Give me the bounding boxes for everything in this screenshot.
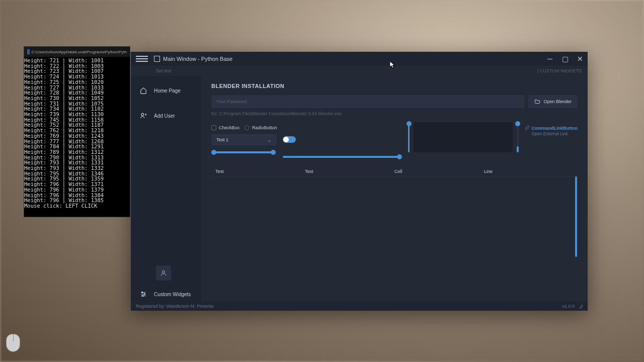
titlebar[interactable]: Main Window - Python Base ─ ▢ ✕ (131, 52, 588, 66)
folder-icon (534, 98, 540, 105)
toolbar-right-label: | CUSTOM WIDGETS (537, 68, 582, 73)
window-icon (154, 56, 160, 62)
toggle-switch[interactable] (283, 136, 296, 143)
add-user-icon (140, 112, 147, 119)
chevron-down-icon: ⌄ (267, 137, 272, 143)
minimize-button[interactable]: ─ (542, 52, 557, 66)
vertical-scrollbar[interactable] (575, 176, 578, 257)
preview-panel (414, 122, 512, 152)
password-input[interactable] (211, 95, 524, 108)
close-button[interactable]: ✕ (573, 52, 588, 66)
sidebar-home-label: Home Page (154, 88, 181, 94)
radio-circle-icon (245, 125, 250, 130)
range-slider[interactable] (211, 151, 277, 153)
horizontal-slider[interactable] (283, 156, 402, 158)
open-blender-button[interactable]: Open Blender (528, 95, 578, 108)
cmd-link-title: CommandLinkButton (532, 126, 578, 131)
vertical-slider-1[interactable] (408, 122, 410, 152)
status-registered: Registered by: Wanderson M. Pimenta (136, 304, 213, 309)
home-icon (140, 87, 147, 94)
path-hint: Ex: C:Program FilesBlender FoundationBle… (211, 111, 578, 116)
checkbox-control[interactable]: CheckBox (211, 125, 239, 130)
maximize-button[interactable]: ▢ (557, 52, 573, 66)
mouse-indicator-icon (6, 334, 20, 352)
svg-point-4 (142, 295, 143, 296)
terminal-title-text: C:\Users\vfxon\AppData\Local\Programs\Py… (32, 50, 127, 54)
checkbox-box-icon (211, 125, 216, 130)
sidebar-item-custom-widgets[interactable]: Custom Widgets (131, 287, 201, 302)
sidebar-adduser-label: Add User (154, 113, 175, 119)
toolbar: Set text | CUSTOM WIDGETS (131, 66, 588, 76)
window-title: Main Window - Python Base (163, 56, 542, 62)
sliders-icon (140, 291, 147, 298)
table-header-2: Text (305, 169, 394, 174)
terminal-window: C:\Users\vfxon\AppData\Local\Programs\Py… (24, 46, 130, 217)
sidebar-item-add-user[interactable]: Add User (131, 108, 201, 123)
mouse-cursor-icon (390, 61, 395, 68)
terminal-output: Height: 721 | Width: 1001 Height: 722 | … (24, 57, 130, 210)
app-window: Main Window - Python Base ─ ▢ ✕ Set text… (131, 52, 588, 311)
table-header-4: Line (484, 169, 574, 174)
toolbar-text: Set text (156, 68, 172, 73)
svg-point-2 (142, 292, 143, 293)
radio-label: RadioButton (252, 125, 277, 130)
sidebar-item-home[interactable]: Home Page (131, 83, 201, 98)
status-version: v1.0.0 (562, 304, 575, 309)
cmd-link-subtitle: Open External Link (532, 131, 578, 136)
terminal-icon (27, 49, 30, 54)
combo-box[interactable]: Test 1 ⌄ (211, 134, 277, 145)
terminal-titlebar[interactable]: C:\Users\vfxon\AppData\Local\Programs\Py… (24, 47, 130, 57)
vertical-slider-2[interactable] (517, 122, 519, 152)
hamburger-icon[interactable] (136, 53, 148, 65)
content-area: BLENDER INSTALLATION Open Blender Ex: C:… (201, 76, 588, 302)
link-icon (525, 125, 530, 131)
user-icon (160, 269, 167, 277)
svg-point-0 (141, 113, 144, 116)
profile-button[interactable] (156, 265, 171, 281)
command-link-button[interactable]: CommandLinkButton Open External Link (525, 125, 578, 136)
svg-point-1 (163, 270, 165, 273)
combo-selected: Test 1 (216, 137, 228, 142)
status-bar: Registered by: Wanderson M. Pimenta v1.0… (131, 302, 588, 311)
resize-grip-icon[interactable] (578, 304, 583, 309)
sidebar: Home Page Add User Custom Widgets (131, 76, 201, 302)
section-title: BLENDER INSTALLATION (211, 83, 578, 89)
radio-control[interactable]: RadioButton (245, 125, 277, 130)
checkbox-label: CheckBox (219, 125, 239, 130)
table-header-row: Test Text Cell Line (211, 167, 578, 176)
table-body (211, 176, 578, 302)
svg-point-3 (144, 294, 145, 295)
table-header-3: Cell (394, 169, 484, 174)
sidebar-customwidgets-label: Custom Widgets (154, 292, 191, 297)
open-blender-label: Open Blender (543, 99, 572, 104)
table-header-1: Test (215, 169, 305, 174)
